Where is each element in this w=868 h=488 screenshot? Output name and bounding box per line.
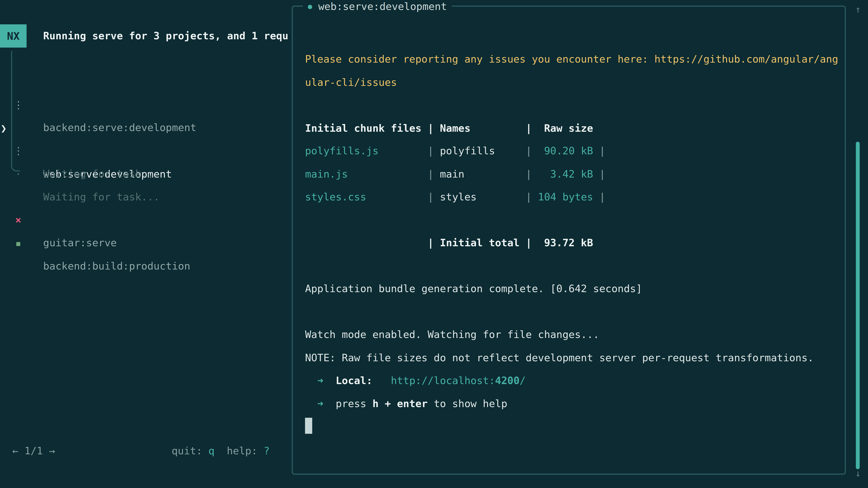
chunk-size-cell: 104 bytes — [532, 191, 599, 202]
column-divider: | — [428, 145, 434, 157]
chunk-name-cell: main — [434, 168, 526, 180]
task-label: guitar:serve — [43, 231, 117, 254]
task-waiting-2[interactable]: · Waiting for task... — [0, 139, 37, 162]
task-sidebar: NX Running serve for 3 projects, and 1 r… — [0, 0, 292, 488]
task-waiting-1[interactable]: · Waiting for task... — [0, 116, 37, 139]
column-divider: | — [599, 168, 605, 180]
localhost-slash: / — [520, 375, 526, 386]
help-keys: h + enter — [373, 398, 428, 409]
chunk-row-styles: styles.css | styles | 104 bytes | — [305, 185, 841, 208]
task-label: Waiting for task... — [43, 185, 160, 208]
note-text: NOTE: Raw file sizes do not reflect deve… — [305, 346, 841, 369]
help-key: ? — [264, 445, 270, 456]
terminal-output: Please consider reporting any issues you… — [305, 48, 841, 471]
output-panel: ●web:serve:development Please consider r… — [292, 5, 846, 475]
blank-line — [305, 254, 841, 277]
status-dot-icon: ● — [308, 2, 312, 11]
local-url-line: ➜ Local: http://localhost:4200/ — [305, 369, 841, 392]
arrow-icon: ➜ — [305, 398, 336, 409]
column-divider: | — [428, 191, 434, 202]
localhost-port: 4200 — [495, 375, 520, 386]
column-divider: | — [599, 191, 605, 202]
localhost-host: http://localhost: — [373, 375, 495, 386]
column-divider: | — [526, 145, 532, 157]
task-backend-serve[interactable]: ⋮ backend:serve:development — [0, 70, 37, 93]
keyboard-hints: quit: q help: ? — [172, 439, 270, 462]
cursor-line — [305, 415, 841, 438]
terminal-cursor — [305, 418, 312, 434]
task-backend-build[interactable]: ▪ backend:build:production — [0, 208, 37, 232]
scrollbar-down-icon[interactable]: ↓ — [850, 465, 866, 481]
help-prefix: press — [336, 398, 373, 409]
arrow-icon: ➜ — [305, 375, 336, 386]
issue-notice-line-2[interactable]: ular-cli/issues — [305, 70, 841, 94]
panel-title-label: web:serve:development — [318, 0, 447, 12]
blank-line — [305, 94, 841, 117]
bundle-complete-text: Application bundle generation complete. … — [305, 277, 841, 300]
header-title: Running serve for 3 projects, and 1 requ — [43, 24, 292, 48]
issue-notice-line-1[interactable]: Please consider reporting any issues you… — [305, 48, 841, 71]
help-suffix: to show help — [428, 398, 507, 409]
waiting-dot-icon: · — [13, 162, 23, 186]
quit-label: quit: — [172, 445, 209, 456]
watch-mode-text: Watch mode enabled. Watching for file ch… — [305, 323, 841, 346]
help-label: help: — [215, 445, 264, 456]
stopped-square-icon: ▪ — [13, 232, 23, 255]
task-label: backend:build:production — [43, 255, 190, 278]
task-label: backend:serve:development — [43, 116, 196, 139]
quit-key: q — [209, 445, 215, 456]
nx-logo: NX — [0, 24, 27, 48]
scrollbar-up-icon[interactable]: ↑ — [850, 2, 866, 17]
chunk-size-cell: 90.20 kB — [532, 145, 599, 157]
initial-total-row: | Initial total | 93.72 kB — [305, 231, 841, 254]
chunk-name-cell: styles — [434, 191, 526, 202]
nx-tui-window: NX Running serve for 3 projects, and 1 r… — [0, 0, 868, 488]
blank-line — [305, 208, 841, 231]
column-divider: | — [526, 191, 532, 202]
local-label: Local: — [336, 375, 373, 386]
blank-line — [305, 300, 841, 323]
chunk-row-polyfills: polyfills.js | polyfills | 90.20 kB | — [305, 139, 841, 162]
chunk-row-main: main.js | main | 3.42 kB | — [305, 162, 841, 186]
chunk-size-cell: 3.42 kB — [532, 168, 599, 180]
help-hint-line: ➜ press h + enter to show help — [305, 392, 841, 415]
panel-title: ●web:serve:development — [303, 0, 452, 14]
chunk-file-cell: styles.css — [305, 191, 428, 202]
scrollbar-thumb[interactable] — [856, 142, 860, 469]
task-web-serve[interactable]: ❯ ⋮ web:serve:development — [0, 94, 37, 117]
pagination: ← 1/1 → — [12, 439, 55, 462]
task-guitar-serve[interactable]: × guitar:serve — [0, 185, 37, 208]
column-divider: | — [428, 168, 434, 180]
task-label: Waiting for task... — [43, 162, 160, 185]
column-divider: | — [526, 168, 532, 180]
chunk-file-cell: polyfills.js — [305, 145, 428, 157]
localhost-link[interactable]: http://localhost:4200/ — [373, 375, 526, 386]
chunk-table-header: Initial chunk files | Names | Raw size — [305, 117, 841, 140]
chunk-name-cell: polyfills — [434, 145, 526, 157]
chunk-file-cell: main.js — [305, 168, 428, 180]
column-divider: | — [599, 145, 605, 157]
